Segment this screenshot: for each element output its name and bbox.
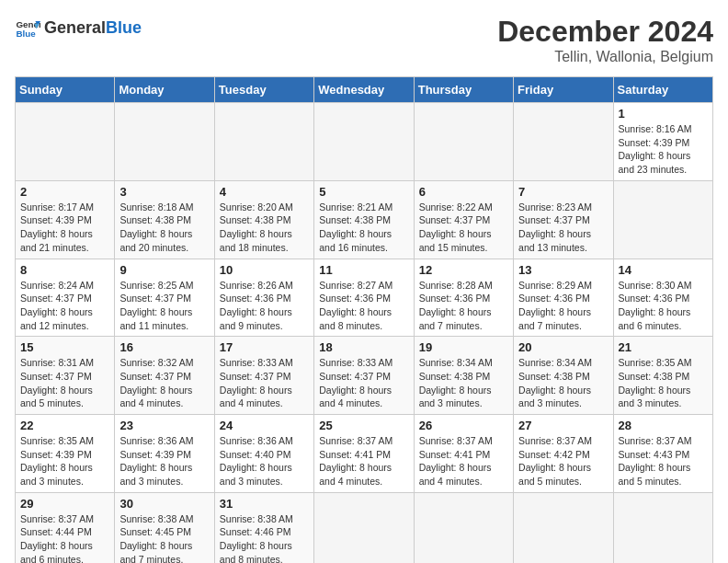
table-row: 29 Sunrise: 8:37 AMSunset: 4:44 PMDaylig… [16,492,115,563]
day-number: 30 [119,497,209,511]
table-row: 18 Sunrise: 8:33 AMSunset: 4:37 PMDaylig… [314,337,414,415]
day-number: 9 [119,263,209,277]
title-block: December 2024 Tellin, Wallonia, Belgium [497,15,713,65]
day-number: 25 [319,419,408,432]
table-row: 2 Sunrise: 8:17 AMSunset: 4:39 PMDayligh… [16,180,115,259]
day-number: 18 [319,340,408,354]
day-number: 2 [20,185,109,199]
table-row: 9 Sunrise: 8:25 AMSunset: 4:37 PMDayligh… [115,259,214,337]
col-tuesday: Tuesday [214,77,313,103]
day-info: Sunrise: 8:38 AMSunset: 4:46 PMDaylight:… [220,512,309,563]
day-number: 23 [119,419,209,432]
day-info: Sunrise: 8:18 AMSunset: 4:38 PMDaylight:… [119,201,209,255]
table-row: 12 Sunrise: 8:28 AMSunset: 4:36 PMDaylig… [414,259,513,337]
day-info: Sunrise: 8:36 AMSunset: 4:39 PMDaylight:… [119,434,209,488]
table-row: 26 Sunrise: 8:37 AMSunset: 4:41 PMDaylig… [414,415,513,493]
day-info: Sunrise: 8:22 AMSunset: 4:37 PMDaylight:… [419,201,508,255]
day-info: Sunrise: 8:25 AMSunset: 4:37 PMDaylight:… [119,279,209,333]
day-info: Sunrise: 8:27 AMSunset: 4:36 PMDaylight:… [319,279,408,333]
day-info: Sunrise: 8:28 AMSunset: 4:36 PMDaylight:… [419,279,508,333]
day-number: 16 [119,340,209,354]
day-info: Sunrise: 8:38 AMSunset: 4:45 PMDaylight:… [119,512,209,563]
day-number: 3 [119,185,209,199]
table-row: 11 Sunrise: 8:27 AMSunset: 4:36 PMDaylig… [314,259,414,337]
table-row: 14 Sunrise: 8:30 AMSunset: 4:36 PMDaylig… [613,259,712,337]
day-number: 4 [220,185,309,199]
empty-cell [514,103,613,181]
table-row: 3 Sunrise: 8:18 AMSunset: 4:38 PMDayligh… [115,180,214,259]
day-number: 17 [220,340,309,354]
day-number: 19 [419,340,508,354]
day-info: Sunrise: 8:26 AMSunset: 4:36 PMDaylight:… [220,279,309,333]
table-row [314,492,414,563]
day-number: 26 [419,419,508,432]
table-row: 27 Sunrise: 8:37 AMSunset: 4:42 PMDaylig… [514,415,613,493]
page-header: General Blue GeneralBlue December 2024 T… [15,15,713,65]
table-row: 31 Sunrise: 8:38 AMSunset: 4:46 PMDaylig… [214,492,313,563]
day-info: Sunrise: 8:35 AMSunset: 4:39 PMDaylight:… [20,434,109,488]
day-number: 24 [220,419,309,432]
col-wednesday: Wednesday [314,77,414,103]
day-info: Sunrise: 8:37 AMSunset: 4:41 PMDaylight:… [319,434,408,488]
day-number: 27 [518,419,608,432]
day-info: Sunrise: 8:33 AMSunset: 4:37 PMDaylight:… [319,356,408,410]
table-row [613,180,712,259]
table-row: 1 Sunrise: 8:16 AMSunset: 4:39 PMDayligh… [613,103,712,181]
col-sunday: Sunday [16,77,115,103]
day-number: 7 [518,185,608,199]
table-row: 17 Sunrise: 8:33 AMSunset: 4:37 PMDaylig… [214,337,313,415]
col-saturday: Saturday [613,77,712,103]
empty-cell [115,103,214,181]
day-info: Sunrise: 8:16 AMSunset: 4:39 PMDaylight:… [619,122,708,177]
day-info: Sunrise: 8:31 AMSunset: 4:37 PMDaylight:… [20,356,109,410]
day-info: Sunrise: 8:32 AMSunset: 4:37 PMDaylight:… [119,356,209,410]
day-number: 8 [20,263,109,277]
table-row: 19 Sunrise: 8:34 AMSunset: 4:38 PMDaylig… [414,337,513,415]
table-row [414,492,513,563]
day-info: Sunrise: 8:20 AMSunset: 4:38 PMDaylight:… [220,201,309,255]
col-friday: Friday [514,77,613,103]
empty-cell [414,103,513,181]
logo-blue: Blue [106,18,142,37]
day-number: 13 [518,263,608,277]
day-info: Sunrise: 8:34 AMSunset: 4:38 PMDaylight:… [419,356,508,410]
day-number: 28 [619,419,708,432]
day-info: Sunrise: 8:33 AMSunset: 4:37 PMDaylight:… [220,356,309,410]
day-number: 29 [20,497,109,511]
logo: General Blue GeneralBlue [15,15,142,40]
logo-general: General [44,18,106,37]
table-row: 20 Sunrise: 8:34 AMSunset: 4:38 PMDaylig… [514,337,613,415]
day-number: 22 [20,419,109,432]
empty-cell [214,103,313,181]
day-info: Sunrise: 8:30 AMSunset: 4:36 PMDaylight:… [619,279,708,333]
table-row: 5 Sunrise: 8:21 AMSunset: 4:38 PMDayligh… [314,180,414,259]
table-row: 23 Sunrise: 8:36 AMSunset: 4:39 PMDaylig… [115,415,214,493]
day-info: Sunrise: 8:36 AMSunset: 4:40 PMDaylight:… [220,434,309,488]
table-row: 7 Sunrise: 8:23 AMSunset: 4:37 PMDayligh… [514,180,613,259]
day-number: 21 [619,340,708,354]
day-number: 5 [319,185,408,199]
day-info: Sunrise: 8:29 AMSunset: 4:36 PMDaylight:… [518,279,608,333]
col-thursday: Thursday [414,77,513,103]
day-number: 15 [20,340,109,354]
table-row: 25 Sunrise: 8:37 AMSunset: 4:41 PMDaylig… [314,415,414,493]
empty-cell [16,103,115,181]
table-row: 21 Sunrise: 8:35 AMSunset: 4:38 PMDaylig… [613,337,712,415]
svg-text:Blue: Blue [16,29,36,39]
main-title: December 2024 [497,15,713,49]
day-info: Sunrise: 8:24 AMSunset: 4:37 PMDaylight:… [20,279,109,333]
day-number: 12 [419,263,508,277]
day-info: Sunrise: 8:37 AMSunset: 4:44 PMDaylight:… [20,512,109,563]
calendar-table: Sunday Monday Tuesday Wednesday Thursday… [15,76,713,563]
table-row: 4 Sunrise: 8:20 AMSunset: 4:38 PMDayligh… [214,180,313,259]
table-row: 24 Sunrise: 8:36 AMSunset: 4:40 PMDaylig… [214,415,313,493]
table-row [514,492,613,563]
logo-icon: General Blue [15,15,40,40]
empty-cell [314,103,414,181]
table-row [613,492,712,563]
day-info: Sunrise: 8:37 AMSunset: 4:42 PMDaylight:… [518,434,608,488]
table-row: 28 Sunrise: 8:37 AMSunset: 4:43 PMDaylig… [613,415,712,493]
table-row: 10 Sunrise: 8:26 AMSunset: 4:36 PMDaylig… [214,259,313,337]
table-row: 15 Sunrise: 8:31 AMSunset: 4:37 PMDaylig… [16,337,115,415]
day-info: Sunrise: 8:34 AMSunset: 4:38 PMDaylight:… [518,356,608,410]
